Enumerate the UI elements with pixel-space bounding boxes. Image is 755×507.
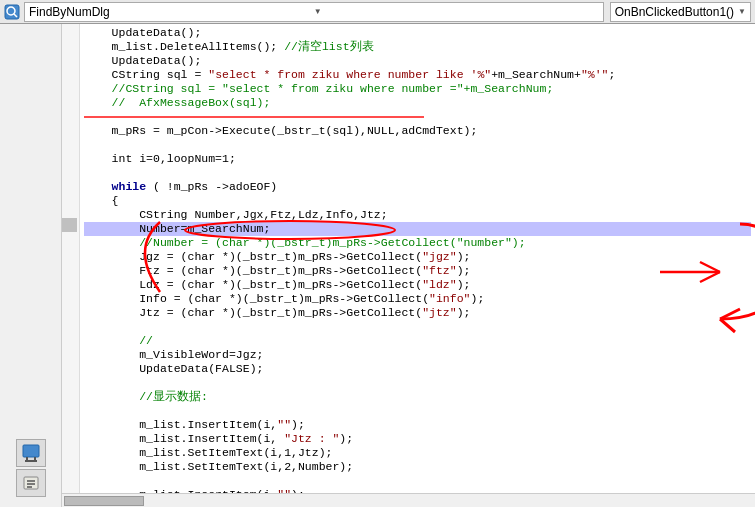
code-line: Jgz = (char *)(_bstr_t)m_pRs->GetCollect… xyxy=(84,250,751,264)
code-line: Jtz = (char *)(_bstr_t)m_pRs->GetCollect… xyxy=(84,306,751,320)
code-line xyxy=(84,138,751,152)
scrollbar-horizontal[interactable] xyxy=(62,493,755,507)
code-line: m_list.InsertItem(i, "Jtz : "); xyxy=(84,432,751,446)
code-line xyxy=(84,166,751,180)
code-line: UpdateData(FALSE); xyxy=(84,362,751,376)
code-line: { xyxy=(84,194,751,208)
code-line: m_list.DeleteAllItems(); //清空list列表 xyxy=(84,40,751,54)
sidebar-icons xyxy=(0,439,61,497)
sidebar-icon-2[interactable] xyxy=(16,469,46,497)
code-line: m_pRs = m_pCon->Execute(_bstr_t(sql),NUL… xyxy=(84,124,751,138)
code-line xyxy=(84,404,751,418)
code-line: while ( !m_pRs ->adoEOF) xyxy=(84,180,751,194)
svg-rect-3 xyxy=(23,445,39,457)
code-line xyxy=(84,474,751,488)
code-line: m_list.InsertItem(i,""); xyxy=(84,418,751,432)
code-area: UpdateData(); m_list.DeleteAllItems(); /… xyxy=(62,24,755,507)
dropdown-arrow-icon: ▼ xyxy=(314,7,599,16)
code-line: m_list.InsertItem(i,""); xyxy=(84,488,751,493)
code-line: m_VisibleWord=Jgz; xyxy=(84,348,751,362)
code-line xyxy=(84,320,751,334)
title-dropdown-label: FindByNumDlg xyxy=(29,5,314,19)
line-num-highlighted xyxy=(62,218,77,232)
code-line: Info = (char *)(_bstr_t)m_pRs->GetCollec… xyxy=(84,292,751,306)
code-line xyxy=(84,376,751,390)
sidebar-icon-1[interactable] xyxy=(16,439,46,467)
scrollbar-thumb[interactable] xyxy=(64,496,144,506)
code-line: Ftz = (char *)(_bstr_t)m_pRs->GetCollect… xyxy=(84,264,751,278)
sidebar xyxy=(0,24,62,507)
right-dropdown-arrow: ▼ xyxy=(738,7,746,16)
line-numbers xyxy=(62,24,80,493)
code-line: UpdateData(); xyxy=(84,26,751,40)
title-bar: FindByNumDlg ▼ OnBnClickedButton1() ▼ xyxy=(0,0,755,24)
code-line: m_list.SetItemText(i,2,Number); xyxy=(84,460,751,474)
title-dropdown[interactable]: FindByNumDlg ▼ xyxy=(24,2,604,22)
main-container: UpdateData(); m_list.DeleteAllItems(); /… xyxy=(0,24,755,507)
code-line: //CString sql = "select * from ziku wher… xyxy=(84,82,751,96)
title-bar-icon xyxy=(4,4,20,20)
code-line: // xyxy=(84,334,751,348)
title-right[interactable]: OnBnClickedButton1() ▼ xyxy=(610,2,751,22)
code-lines[interactable]: UpdateData(); m_list.DeleteAllItems(); /… xyxy=(80,24,755,493)
code-line: //显示数据: xyxy=(84,390,751,404)
code-line: int i=0,loopNum=1; xyxy=(84,152,751,166)
code-line: //Number = (char *)(_bstr_t)m_pRs->GetCo… xyxy=(84,236,751,250)
code-line: // AfxMessageBox(sql); xyxy=(84,96,751,110)
title-right-label: OnBnClickedButton1() xyxy=(615,5,734,19)
code-line: Ldz = (char *)(_bstr_t)m_pRs->GetCollect… xyxy=(84,278,751,292)
code-line-highlighted: Number=m_SearchNum; xyxy=(84,222,751,236)
code-content: UpdateData(); m_list.DeleteAllItems(); /… xyxy=(62,24,755,493)
code-line: CString sql = "select * from ziku where … xyxy=(84,68,751,82)
code-line xyxy=(84,110,751,124)
code-line: UpdateData(); xyxy=(84,54,751,68)
code-line: m_list.SetItemText(i,1,Jtz); xyxy=(84,446,751,460)
code-line: CString Number,Jgx,Ftz,Ldz,Info,Jtz; xyxy=(84,208,751,222)
